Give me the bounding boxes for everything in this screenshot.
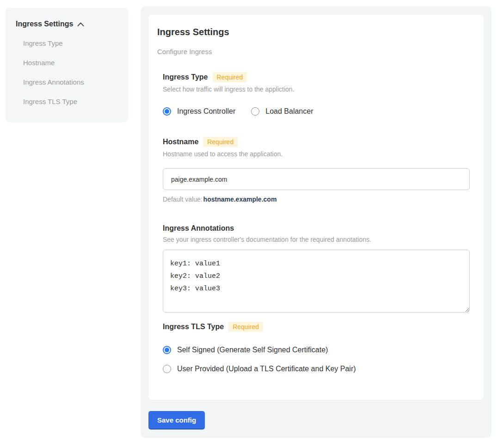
page-subtitle: Configure Ingress [157, 48, 470, 55]
radio-option-user-provided[interactable]: User Provided (Upload a TLS Certificate … [163, 365, 470, 373]
default-value-text: hostname.example.com [203, 196, 277, 203]
config-panel: Ingress Settings Configure Ingress Ingre… [141, 6, 492, 438]
config-nav-sidebar: Ingress Settings Ingress Type Hostname I… [6, 8, 128, 123]
radio-option-load-balancer[interactable]: Load Balancer [251, 107, 313, 116]
field-label: Ingress Type [163, 73, 208, 81]
radio-label[interactable]: User Provided (Upload a TLS Certificate … [177, 365, 356, 373]
sidebar-item-ingress-tls-type[interactable]: Ingress TLS Type [23, 98, 128, 105]
default-value-line: Default value:hostname.example.com [163, 196, 470, 203]
radio-option-self-signed[interactable]: Self Signed (Generate Self Signed Certif… [163, 346, 470, 354]
required-badge: Required [203, 137, 238, 147]
save-config-button[interactable]: Save config [148, 411, 205, 430]
default-value-prefix: Default value: [163, 196, 203, 203]
ingress-settings-card: Ingress Settings Configure Ingress Ingre… [148, 15, 484, 400]
field-help-text: Hostname used to access the application. [163, 150, 470, 158]
radio-selected-icon[interactable] [163, 346, 171, 354]
field-ingress-type: Ingress Type Required Select how traffic… [163, 72, 470, 116]
page-title: Ingress Settings [157, 27, 470, 37]
ingress-annotations-textarea[interactable]: key1: value1 key2: value2 key3: value3 [163, 250, 470, 313]
required-badge: Required [213, 72, 247, 82]
field-label: Hostname [163, 138, 198, 146]
sidebar-item-hostname[interactable]: Hostname [23, 59, 128, 67]
field-label: Ingress Annotations [163, 224, 234, 233]
form-fields: Ingress Type Required Select how traffic… [163, 72, 470, 373]
sidebar-group-label: Ingress Settings [16, 20, 73, 28]
field-label-row: Ingress Annotations [163, 224, 470, 233]
field-help-text: Select how traffic will ingress to the a… [163, 86, 470, 93]
field-ingress-tls-type: Ingress TLS Type Required Self Signed (G… [163, 322, 470, 373]
radio-unselected-icon[interactable] [163, 365, 171, 373]
radio-label[interactable]: Self Signed (Generate Self Signed Certif… [177, 346, 328, 354]
field-label-row: Ingress TLS Type Required [163, 322, 470, 332]
ingress-tls-radio-group: Self Signed (Generate Self Signed Certif… [163, 346, 470, 373]
field-label-row: Hostname Required [163, 137, 470, 147]
hostname-input[interactable] [163, 168, 470, 190]
field-label-row: Ingress Type Required [163, 72, 470, 82]
ingress-type-radio-group: Ingress Controller Load Balancer [163, 107, 470, 116]
field-hostname: Hostname Required Hostname used to acces… [163, 137, 470, 203]
field-help-text: See your ingress controller's documentat… [163, 236, 470, 243]
sidebar-item-ingress-type[interactable]: Ingress Type [23, 40, 128, 47]
radio-option-ingress-controller[interactable]: Ingress Controller [163, 107, 235, 116]
radio-selected-icon[interactable] [163, 107, 171, 116]
radio-unselected-icon[interactable] [251, 107, 259, 116]
chevron-up-icon[interactable] [77, 22, 84, 26]
sidebar-group-ingress-settings[interactable]: Ingress Settings [16, 20, 128, 28]
sidebar-item-list: Ingress Type Hostname Ingress Annotation… [16, 40, 128, 105]
required-badge: Required [228, 322, 263, 332]
field-label: Ingress TLS Type [163, 323, 224, 331]
radio-label[interactable]: Ingress Controller [177, 107, 235, 116]
field-ingress-annotations: Ingress Annotations See your ingress con… [163, 224, 470, 313]
radio-label[interactable]: Load Balancer [265, 107, 313, 116]
sidebar-item-ingress-annotations[interactable]: Ingress Annotations [23, 79, 128, 86]
